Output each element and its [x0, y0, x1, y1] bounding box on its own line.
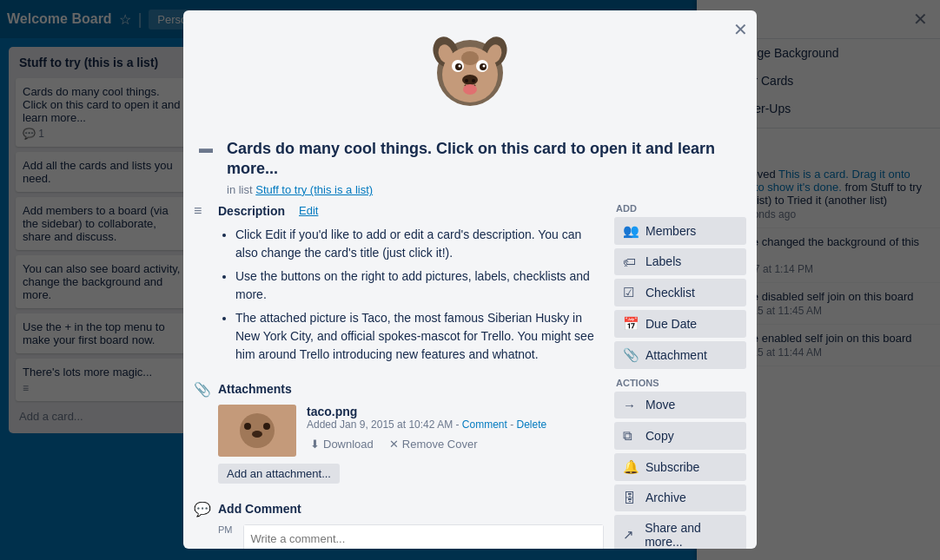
- attachment-item: taco.png Added Jan 9, 2015 at 10:42 AM -…: [194, 405, 604, 457]
- actions-title: Actions: [614, 378, 746, 388]
- board-background: Welcome Board ☆ | Personal Menu Stuff to…: [0, 0, 940, 560]
- modal-header: ▬ Cards do many cool things. Click on th…: [183, 123, 757, 203]
- comment-box: 😊 @ 📎 T: [243, 524, 605, 549]
- desc-bullet-1: Click Edit if you'd like to add or edit …: [235, 226, 604, 262]
- svg-point-13: [465, 79, 468, 82]
- svg-point-10: [459, 65, 461, 68]
- modal-overlay: ✕: [0, 0, 940, 560]
- archive-icon: 🗄: [623, 491, 639, 505]
- description-content: Click Edit if you'd like to add or edit …: [194, 226, 604, 364]
- card-modal: ✕: [183, 10, 757, 549]
- add-section: Add 👥 Members 🏷 Labels ☑ Checklist: [614, 203, 746, 369]
- description-header: ≡ Description Edit: [194, 203, 604, 219]
- attachment-details: taco.png Added Jan 9, 2015 at 10:42 AM -…: [307, 405, 604, 452]
- comment-title: Add Comment: [218, 502, 301, 516]
- download-icon: ⬇: [310, 438, 320, 451]
- description-section: ≡ Description Edit Click Edit if you'd l…: [194, 203, 604, 364]
- attachment-image: [218, 405, 296, 457]
- description-edit-link[interactable]: Edit: [299, 204, 318, 217]
- move-button[interactable]: → Move: [614, 392, 746, 418]
- remove-cover-icon: ✕: [389, 438, 399, 451]
- modal-body: ≡ Description Edit Click Edit if you'd l…: [183, 203, 757, 549]
- add-title: Add: [614, 203, 746, 214]
- due-date-icon: 📅: [623, 316, 639, 332]
- modal-close-button[interactable]: ✕: [733, 19, 748, 40]
- dog-avatar: [427, 28, 513, 115]
- comment-section: 💬 Add Comment PM 😊 @: [194, 501, 604, 549]
- labels-icon: 🏷: [623, 254, 639, 269]
- checklist-button[interactable]: ☑ Checklist: [614, 279, 746, 306]
- comment-textarea[interactable]: [244, 525, 604, 549]
- copy-button[interactable]: ⧉ Copy: [614, 422, 746, 450]
- attachments-header: 📎 Attachments: [194, 381, 604, 398]
- archive-button[interactable]: 🗄 Archive: [614, 484, 746, 511]
- move-icon: →: [623, 398, 639, 412]
- checklist-icon: ☑: [623, 285, 639, 300]
- attachment-btn-icon: 📎: [623, 347, 639, 363]
- attachment-delete-link[interactable]: Delete: [517, 418, 547, 431]
- actions-section: Actions → Move ⧉ Copy 🔔 Subscribe: [614, 378, 746, 549]
- desc-bullet-3: The attached picture is Taco, the most f…: [235, 309, 604, 364]
- description-title: Description: [218, 204, 285, 218]
- comment-header: 💬 Add Comment: [194, 501, 604, 517]
- svg-point-21: [252, 431, 262, 438]
- copy-icon: ⧉: [623, 428, 639, 444]
- card-icon: ▬: [199, 141, 213, 156]
- svg-point-16: [461, 51, 479, 65]
- share-icon: ↗: [623, 527, 638, 543]
- attachment-meta: Added Jan 9, 2015 at 10:42 AM - Comment …: [307, 418, 604, 431]
- desc-bullet-2: Use the buttons on the right to add pict…: [235, 267, 604, 304]
- svg-point-11: [483, 65, 486, 68]
- svg-point-14: [472, 79, 475, 82]
- attachment-thumbnail: [218, 405, 296, 457]
- members-button[interactable]: 👥 Members: [614, 217, 746, 245]
- due-date-button[interactable]: 📅 Due Date: [614, 310, 746, 338]
- svg-point-15: [463, 84, 477, 95]
- modal-title[interactable]: Cards do many cool things. Click on this…: [227, 139, 741, 180]
- attachments-title: Attachments: [218, 382, 292, 396]
- modal-list-info: in list Stuff to try (this is a list): [227, 183, 741, 196]
- attachments-section: 📎 Attachments: [194, 381, 604, 484]
- modal-sidebar: Add 👥 Members 🏷 Labels ☑ Checklist: [614, 203, 746, 549]
- description-icon: ≡: [194, 203, 211, 219]
- attachment-comment-link[interactable]: Comment: [462, 418, 507, 431]
- svg-point-12: [462, 75, 478, 85]
- labels-button[interactable]: 🏷 Labels: [614, 248, 746, 275]
- share-more-button[interactable]: ↗ Share and more...: [614, 515, 746, 549]
- modal-main: ≡ Description Edit Click Edit if you'd l…: [194, 203, 604, 549]
- attachment-actions: ⬇ Download ✕ Remove Cover: [307, 436, 604, 452]
- pm-label: PM: [218, 524, 233, 535]
- modal-list-link[interactable]: Stuff to try (this is a list): [255, 183, 373, 196]
- attachment-name: taco.png: [307, 405, 604, 418]
- svg-point-19: [244, 423, 251, 430]
- svg-point-20: [263, 423, 270, 430]
- add-attachment-button[interactable]: Add an attachment...: [218, 464, 340, 484]
- subscribe-button[interactable]: 🔔 Subscribe: [614, 453, 746, 481]
- subscribe-icon: 🔔: [623, 459, 639, 475]
- comment-icon: 💬: [194, 501, 211, 517]
- download-button[interactable]: ⬇ Download: [307, 436, 377, 452]
- dog-avatar-container: [183, 10, 757, 123]
- attachment-icon: 📎: [194, 381, 211, 398]
- comment-avatar-area: PM: [218, 524, 233, 535]
- comment-input-area: PM 😊 @ 📎 T: [194, 524, 604, 549]
- members-icon: 👥: [623, 223, 639, 239]
- remove-cover-button[interactable]: ✕ Remove Cover: [386, 436, 481, 452]
- attachment-button[interactable]: 📎 Attachment: [614, 341, 746, 369]
